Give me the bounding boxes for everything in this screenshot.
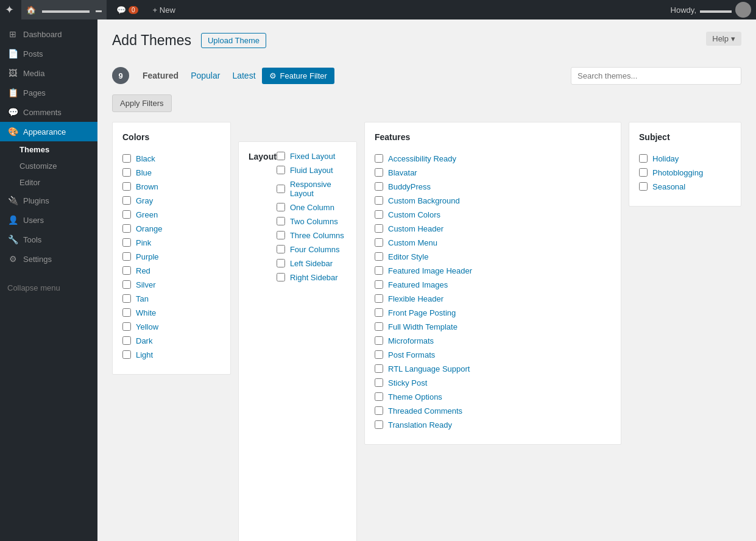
tab-popular[interactable]: Popular <box>185 67 226 84</box>
subject-checkbox-0[interactable] <box>639 154 648 163</box>
feature-label-17[interactable]: Theme Options <box>388 392 442 401</box>
tab-latest[interactable]: Latest <box>226 67 261 84</box>
layout-label-2[interactable]: Responsive Layout <box>290 180 347 198</box>
feature-label-18[interactable]: Threaded Comments <box>388 406 462 415</box>
sidebar-item-appearance[interactable]: 🎨 Appearance <box>0 122 97 141</box>
color-label-8[interactable]: Red <box>136 266 150 275</box>
layout-label-3[interactable]: One Column <box>290 203 334 212</box>
feature-label-19[interactable]: Translation Ready <box>388 420 452 430</box>
sidebar-item-plugins[interactable]: 🔌 Plugins <box>0 191 97 210</box>
layout-checkbox-4[interactable] <box>277 217 285 225</box>
sidebar-submenu-themes[interactable]: Themes <box>0 141 97 158</box>
feature-label-0[interactable]: Accessibility Ready <box>388 154 456 163</box>
color-checkbox-8[interactable] <box>122 266 131 275</box>
feature-label-16[interactable]: Sticky Post <box>388 378 427 387</box>
layout-checkbox-0[interactable] <box>277 152 285 160</box>
feature-checkbox-5[interactable] <box>375 224 383 233</box>
layout-checkbox-3[interactable] <box>277 203 285 211</box>
feature-checkbox-11[interactable] <box>375 308 383 317</box>
feature-checkbox-10[interactable] <box>375 294 383 303</box>
feature-label-15[interactable]: RTL Language Support <box>388 364 470 373</box>
comments-bar-item[interactable]: 💬 0 <box>111 0 143 19</box>
color-checkbox-6[interactable] <box>122 238 131 247</box>
feature-label-2[interactable]: BuddyPress <box>388 182 431 191</box>
sidebar-item-settings[interactable]: ⚙ Settings <box>0 249 97 269</box>
color-label-2[interactable]: Brown <box>136 182 158 191</box>
color-checkbox-3[interactable] <box>122 196 131 205</box>
sidebar-item-users[interactable]: 👤 Users <box>0 210 97 230</box>
feature-label-5[interactable]: Custom Header <box>388 224 443 233</box>
apply-filters-button[interactable]: Apply Filters <box>112 94 172 112</box>
feature-checkbox-7[interactable] <box>375 252 383 261</box>
sidebar-item-posts[interactable]: 📄 Posts <box>0 44 97 63</box>
feature-checkbox-18[interactable] <box>375 406 383 415</box>
feature-checkbox-8[interactable] <box>375 266 383 275</box>
site-name[interactable]: 🏠 ▬▬▬▬▬▬ ▬ <box>21 0 107 19</box>
color-checkbox-14[interactable] <box>122 350 131 359</box>
color-label-1[interactable]: Blue <box>136 168 152 177</box>
color-label-0[interactable]: Black <box>136 154 155 163</box>
sidebar-item-dashboard[interactable]: ⊞ Dashboard <box>0 24 97 44</box>
sidebar-submenu-editor[interactable]: Editor <box>0 174 97 191</box>
wp-logo-icon[interactable]: ✦ <box>5 3 14 16</box>
color-label-5[interactable]: Orange <box>136 224 162 233</box>
color-label-7[interactable]: Purple <box>136 252 159 261</box>
feature-label-8[interactable]: Featured Image Header <box>388 266 472 275</box>
collapse-menu-button[interactable]: Collapse menu <box>0 278 97 297</box>
feature-checkbox-13[interactable] <box>375 336 383 345</box>
sidebar-submenu-customize[interactable]: Customize <box>0 158 97 174</box>
color-checkbox-9[interactable] <box>122 280 131 289</box>
upload-theme-button[interactable]: Upload Theme <box>201 33 266 48</box>
feature-checkbox-14[interactable] <box>375 350 383 359</box>
color-checkbox-12[interactable] <box>122 322 131 331</box>
layout-checkbox-5[interactable] <box>277 231 285 239</box>
color-label-10[interactable]: Tan <box>136 294 149 303</box>
color-label-6[interactable]: Pink <box>136 238 151 247</box>
feature-label-1[interactable]: Blavatar <box>388 168 417 177</box>
layout-label-7[interactable]: Left Sidebar <box>290 259 333 268</box>
layout-label-4[interactable]: Two Columns <box>290 217 338 226</box>
color-checkbox-7[interactable] <box>122 252 131 261</box>
layout-checkbox-2[interactable] <box>277 185 285 193</box>
search-themes-input[interactable] <box>571 67 741 85</box>
sidebar-item-comments[interactable]: 💬 Comments <box>0 102 97 122</box>
color-checkbox-11[interactable] <box>122 308 131 317</box>
user-info[interactable]: Howdy, ▬▬▬▬ <box>671 2 751 18</box>
feature-checkbox-2[interactable] <box>375 182 383 191</box>
subject-checkbox-1[interactable] <box>639 168 648 177</box>
color-checkbox-0[interactable] <box>122 154 131 163</box>
layout-label-6[interactable]: Four Columns <box>290 245 340 254</box>
feature-label-9[interactable]: Featured Images <box>388 280 448 289</box>
feature-checkbox-4[interactable] <box>375 210 383 219</box>
color-label-3[interactable]: Gray <box>136 196 153 205</box>
layout-checkbox-6[interactable] <box>277 245 285 253</box>
layout-checkbox-1[interactable] <box>277 166 285 174</box>
feature-label-3[interactable]: Custom Background <box>388 196 460 205</box>
subject-checkbox-2[interactable] <box>639 182 648 191</box>
feature-checkbox-19[interactable] <box>375 420 383 429</box>
color-label-14[interactable]: Light <box>136 350 153 359</box>
feature-label-7[interactable]: Editor Style <box>388 252 428 261</box>
color-checkbox-4[interactable] <box>122 210 131 219</box>
feature-label-6[interactable]: Custom Menu <box>388 238 437 247</box>
feature-label-12[interactable]: Full Width Template <box>388 322 457 331</box>
subject-label-1[interactable]: Photoblogging <box>652 168 703 177</box>
feature-checkbox-0[interactable] <box>375 154 383 163</box>
color-checkbox-13[interactable] <box>122 336 131 345</box>
feature-checkbox-1[interactable] <box>375 168 383 177</box>
layout-checkbox-8[interactable] <box>277 273 285 281</box>
feature-label-4[interactable]: Custom Colors <box>388 210 440 219</box>
color-checkbox-2[interactable] <box>122 182 131 191</box>
color-checkbox-1[interactable] <box>122 168 131 177</box>
feature-label-14[interactable]: Post Formats <box>388 350 435 359</box>
subject-label-0[interactable]: Holiday <box>652 154 679 163</box>
feature-checkbox-16[interactable] <box>375 378 383 387</box>
feature-filter-button[interactable]: ⚙ Feature Filter <box>262 68 334 84</box>
color-label-11[interactable]: White <box>136 308 156 317</box>
sidebar-item-media[interactable]: 🖼 Media <box>0 63 97 83</box>
color-label-9[interactable]: Silver <box>136 280 156 289</box>
layout-label-1[interactable]: Fluid Layout <box>290 166 333 175</box>
feature-checkbox-12[interactable] <box>375 322 383 331</box>
feature-label-11[interactable]: Front Page Posting <box>388 308 456 317</box>
sidebar-item-tools[interactable]: 🔧 Tools <box>0 230 97 249</box>
